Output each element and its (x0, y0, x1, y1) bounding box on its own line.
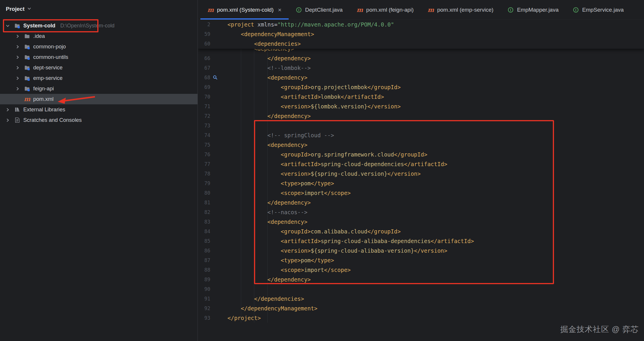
code-line-72[interactable]: 72</dependency> (198, 111, 644, 121)
tree-item-common-untils[interactable]: common-untils (0, 52, 197, 62)
code-line-85[interactable]: 85<artifactId>spring-cloud-alibaba-depen… (198, 236, 644, 246)
line-number[interactable]: 85 (198, 236, 210, 246)
line-number[interactable]: 72 (198, 111, 210, 121)
chevron-right-icon[interactable] (14, 33, 21, 40)
code-line-83[interactable]: 83<dependency> (198, 217, 644, 227)
tab-empmapper-java[interactable]: IEmpMapper.java (500, 0, 566, 20)
line-number[interactable]: 70 (198, 92, 210, 102)
tab-pom-xml-emp-service[interactable]: mpom.xml (emp-service) (421, 0, 500, 20)
line-number[interactable]: 93 (198, 313, 210, 323)
line-number[interactable]: 66 (198, 54, 210, 63)
line-number[interactable]: 75 (198, 140, 210, 150)
tree-item-dept-service[interactable]: dept-service (0, 62, 197, 73)
tree-item-scratches-and-consoles[interactable]: Scratches and Consoles (0, 115, 197, 125)
line-number[interactable]: 87 (198, 256, 210, 265)
code-line-90[interactable]: 90 (198, 284, 644, 294)
line-number[interactable]: 74 (198, 131, 210, 140)
line-number[interactable]: 67 (198, 63, 210, 73)
tree-item-label: dept-service (33, 64, 63, 71)
line-number[interactable]: 78 (198, 169, 210, 179)
tree-item-external-libraries[interactable]: External Libraries (0, 104, 197, 115)
code-line-82[interactable]: 82<!--nacos--> (198, 208, 644, 217)
code-line-66[interactable]: 66</dependency> (198, 54, 644, 63)
tree-item-common-pojo[interactable]: common-pojo (0, 41, 197, 52)
line-number[interactable]: 71 (198, 102, 210, 111)
chevron-right-icon[interactable] (14, 85, 21, 92)
code-line-80[interactable]: 80<scope>import</scope> (198, 188, 644, 198)
code-line-79[interactable]: 79<type>pom</type> (198, 179, 644, 188)
line-number[interactable]: 86 (198, 246, 210, 256)
line-number[interactable]: 90 (198, 284, 210, 294)
code-line-partial[interactable]: <dependency> (198, 49, 644, 54)
line-number[interactable]: 60 (198, 39, 210, 49)
code-line-76[interactable]: 76<groupId>org.springframework.cloud</gr… (198, 150, 644, 159)
code-line-71[interactable]: 71<version>${lombok.version}</version> (198, 102, 644, 111)
code-line-93[interactable]: 93</project> (198, 313, 644, 323)
chevron-right-icon[interactable] (14, 75, 21, 82)
code-line-75[interactable]: 75<dependency> (198, 140, 644, 150)
chevron-right-icon[interactable] (14, 43, 21, 50)
code-line-68[interactable]: 68<dependency> (198, 73, 644, 82)
tab-pom-xml-feign-api[interactable]: mpom.xml (feign-api) (350, 0, 421, 20)
code-line-74[interactable]: 74<!-- springCloud --> (198, 131, 644, 140)
editor[interactable]: 2<project xmlns="http://maven.apache.org… (198, 20, 644, 341)
code-line-78[interactable]: 78<version>${spring-cloud.version}</vers… (198, 169, 644, 179)
line-number[interactable]: 83 (198, 217, 210, 227)
tab-pom-xml-system-cold[interactable]: mpom.xml (System-cold)× (200, 0, 289, 20)
code-line-60[interactable]: 60<dependencies> (198, 39, 644, 49)
line-number[interactable]: 59 (198, 29, 210, 39)
tab-label: EmpService.java (582, 7, 624, 13)
chevron-right-icon[interactable] (14, 64, 21, 71)
line-number[interactable]: 92 (198, 304, 210, 313)
code-line-70[interactable]: 70<artifactId>lombok</artifactId> (198, 92, 644, 102)
line-number[interactable] (198, 49, 210, 54)
tree-item-system-cold[interactable]: System-coldD:\OpenIn\System-cold (0, 20, 197, 31)
code-text: <groupId>org.springframework.cloud</grou… (227, 150, 427, 159)
code-line-92[interactable]: 92</dependencyManagement> (198, 304, 644, 313)
chevron-down-icon (27, 6, 31, 12)
code-line-69[interactable]: 69<groupId>org.projectlombok</groupId> (198, 82, 644, 92)
tree-item-idea[interactable]: .idea (0, 31, 197, 41)
code-text: <!-- springCloud --> (227, 131, 334, 140)
line-number[interactable]: 79 (198, 179, 210, 188)
close-icon[interactable]: × (278, 7, 281, 13)
project-tool-header[interactable]: Project (0, 0, 197, 18)
chevron-down-icon[interactable] (4, 22, 11, 29)
code-line-89[interactable]: 89</dependency> (198, 275, 644, 284)
code-line-84[interactable]: 84<groupId>com.alibaba.cloud</groupId> (198, 227, 644, 236)
code-line-81[interactable]: 81</dependency> (198, 198, 644, 208)
code-text: <dependency> (227, 49, 294, 54)
line-number[interactable]: 68 (198, 73, 210, 82)
tree-item-emp-service[interactable]: emp-service (0, 73, 197, 83)
tab-empservice-java[interactable]: IEmpService.java (566, 0, 631, 20)
line-number[interactable]: 91 (198, 294, 210, 304)
line-number[interactable]: 77 (198, 159, 210, 169)
code-line-2[interactable]: 2<project xmlns="http://maven.apache.org… (198, 20, 644, 29)
code-line-91[interactable]: 91</dependencies> (198, 294, 644, 304)
code-line-73[interactable]: 73 (198, 121, 644, 131)
chevron-right-icon[interactable] (4, 117, 11, 124)
chevron-right-icon[interactable] (14, 54, 21, 61)
line-number[interactable]: 73 (198, 121, 210, 131)
code-line-86[interactable]: 86<version>${spring-cloud-alibaba-versio… (198, 246, 644, 256)
line-number[interactable]: 88 (198, 265, 210, 275)
tree-item-pom-xml[interactable]: mpom.xml (0, 94, 197, 104)
gutter-magnifier-icon[interactable] (213, 75, 218, 81)
line-number[interactable]: 80 (198, 188, 210, 198)
chevron-right-icon[interactable] (4, 106, 11, 113)
tab-deptclient-java[interactable]: IDeptClient.java (289, 0, 350, 20)
line-number[interactable]: 89 (198, 275, 210, 284)
code-line-87[interactable]: 87<type>pom</type> (198, 256, 644, 265)
code-line-77[interactable]: 77<artifactId>spring-cloud-dependencies<… (198, 159, 644, 169)
line-number[interactable]: 76 (198, 150, 210, 159)
line-number[interactable]: 69 (198, 82, 210, 92)
line-number[interactable]: 2 (198, 20, 210, 29)
folder-icon (24, 33, 30, 39)
line-number[interactable]: 82 (198, 208, 210, 217)
tree-item-feign-api[interactable]: feign-api (0, 83, 197, 94)
code-line-88[interactable]: 88<scope>import</scope> (198, 265, 644, 275)
line-number[interactable]: 81 (198, 198, 210, 208)
line-number[interactable]: 84 (198, 227, 210, 236)
code-line-67[interactable]: 67<!--lombok--> (198, 63, 644, 73)
code-line-59[interactable]: 59<dependencyManagement> (198, 29, 644, 39)
